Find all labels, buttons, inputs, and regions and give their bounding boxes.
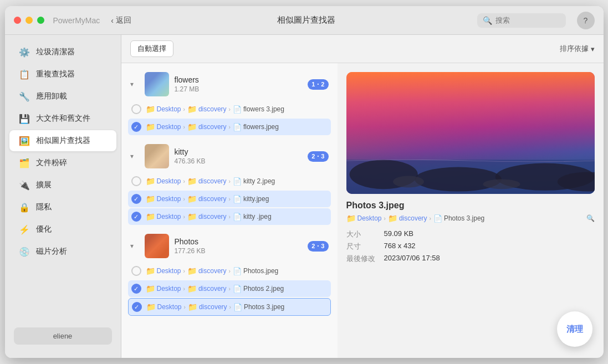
file-doc-icon: 📄	[233, 177, 242, 186]
crumb-arrow: ›	[183, 214, 185, 220]
traffic-lights	[14, 17, 44, 24]
user-button[interactable]: eliene	[14, 327, 112, 345]
checkbox[interactable]	[132, 302, 142, 312]
preview-crumb-desktop: 📁 Desktop	[346, 214, 382, 223]
window-title: 相似圖片查找器	[142, 15, 471, 25]
maximize-button[interactable]	[37, 17, 44, 24]
sidebar-label-optimization: 優化	[36, 224, 52, 234]
back-button[interactable]: ‹ 返回	[106, 13, 136, 28]
sidebar-item-extensions[interactable]: 🔌 擴展	[9, 175, 116, 196]
sidebar-item-optimization[interactable]: ⚡ 優化	[9, 219, 116, 240]
content-toolbar: 自動選擇 排序依據 ▾	[121, 35, 604, 63]
file-row[interactable]: 📁 Desktop › 📁 discovery ›	[128, 191, 331, 207]
path-crumbs: 📁 Desktop › 📁 discovery ›	[146, 212, 272, 221]
size-value: 59.09 KB	[384, 229, 595, 239]
file-row-highlighted[interactable]: 📁 Desktop › 📁 discovery ›	[128, 298, 331, 316]
search-input[interactable]	[495, 16, 560, 24]
file-doc-icon: 📄	[233, 123, 242, 131]
sidebar-item-similar-photos[interactable]: 🖼️ 相似圖片查找器	[9, 130, 116, 151]
help-button[interactable]: ?	[577, 12, 595, 29]
sidebar-item-shredder[interactable]: 🗂️ 文件粉碎	[9, 152, 116, 173]
path-crumbs: 📁 Desktop › 📁 discovery ›	[146, 284, 284, 293]
file-doc-icon: 📄	[233, 285, 242, 293]
crumb-file: 📄 kitty.jpeg	[233, 195, 269, 203]
crumb-file: 📄 kitty 2.jpeg	[233, 177, 275, 186]
close-button[interactable]	[14, 17, 21, 24]
file-row[interactable]: 📁 Desktop › 📁 discovery ›	[128, 119, 331, 135]
folder-icon: 📁	[187, 105, 197, 114]
checkbox[interactable]	[131, 176, 141, 186]
group-kitty: ▾ kitty 476.36 KB 2・3	[126, 140, 333, 225]
sidebar-label-similar-photos: 相似圖片查找器	[36, 136, 90, 146]
checkbox[interactable]	[131, 212, 141, 222]
svg-point-6	[483, 180, 520, 189]
app-name: PowerMyMac	[53, 16, 100, 25]
folder-icon: 📁	[187, 284, 197, 293]
folder-icon: 📁	[146, 194, 155, 203]
sort-button[interactable]: 排序依據 ▾	[560, 44, 595, 54]
crumb-file: 📄 Photos 3.jpeg	[233, 303, 284, 311]
folder-icon: 📁	[187, 194, 197, 203]
file-doc-icon: 📄	[433, 214, 442, 223]
sidebar-item-duplicate[interactable]: 📋 重複查找器	[9, 64, 116, 85]
file-doc-icon: 📄	[233, 195, 242, 203]
preview-crumb-file: 📄 Photos 3.jpeg	[433, 214, 484, 223]
checkbox[interactable]	[131, 104, 141, 114]
crumb-arrow: ›	[229, 268, 231, 274]
sidebar-item-uninstaller[interactable]: 🔧 應用卸載	[9, 86, 116, 107]
folder-icon: 📁	[146, 212, 155, 221]
file-row[interactable]: 📁 Desktop › 📁 discovery ›	[128, 263, 331, 279]
checkbox[interactable]	[131, 284, 141, 294]
file-row[interactable]: 📁 Desktop › 📁 discovery ›	[128, 280, 331, 297]
content-area: 自動選擇 排序依據 ▾ ▾ flowers	[121, 35, 604, 358]
group-info-photos: Photos 177.26 KB	[175, 237, 303, 255]
file-doc-icon: 📄	[233, 267, 242, 275]
path-crumbs: 📁 Desktop › 📁 discovery ›	[146, 105, 284, 114]
privacy-icon: 🔒	[18, 201, 30, 213]
checkbox[interactable]	[131, 266, 141, 276]
checkbox[interactable]	[131, 194, 141, 204]
path-crumbs: 📁 Desktop › 📁 discovery ›	[146, 122, 279, 131]
crumb-file: 📄 flowers 3.jpeg	[233, 105, 284, 114]
sidebar-item-disk[interactable]: 💿 磁片分析	[9, 241, 116, 262]
crumb-folder: 📁 Desktop	[146, 105, 181, 114]
crumb-arrow: ›	[229, 286, 231, 292]
optimization-icon: ⚡	[18, 223, 30, 235]
uninstaller-icon: 🔧	[18, 90, 30, 102]
clean-button[interactable]: 清理	[557, 311, 592, 347]
folder-icon: 📁	[146, 266, 155, 275]
crumb-arrow: ›	[229, 214, 231, 220]
crumb-arrow: ›	[229, 124, 231, 130]
crumb-folder: 📁 discovery	[187, 212, 227, 221]
sidebar-label-large-files: 大文件和舊文件	[36, 114, 90, 124]
sidebar-item-large-files[interactable]: 💾 大文件和舊文件	[9, 108, 116, 129]
size-label: 大小	[346, 229, 375, 239]
collapse-flowers-button[interactable]: ▾	[130, 80, 139, 88]
auto-select-button[interactable]: 自動選擇	[130, 40, 173, 57]
collapse-photos-button[interactable]: ▾	[130, 242, 139, 250]
preview-path-row: 📁 Desktop › 📁 discovery › 📄 P	[346, 214, 595, 223]
group-photos: ▾ Photos 177.26 KB 2・3	[126, 229, 333, 316]
file-row[interactable]: 📁 Desktop › 📁 discovery ›	[128, 101, 331, 117]
folder-icon: 📁	[146, 303, 156, 311]
folder-icon: 📁	[187, 212, 197, 221]
back-label: 返回	[116, 16, 131, 25]
search-bar[interactable]: 🔍	[477, 13, 566, 28]
file-doc-icon: 📄	[233, 213, 242, 221]
sidebar-label-junk: 垃圾清潔器	[36, 47, 75, 57]
preview-search-icon[interactable]: 🔍	[586, 214, 595, 222]
checkbox[interactable]	[131, 122, 141, 132]
file-row[interactable]: 📁 Desktop › 📁 discovery ›	[128, 173, 331, 189]
sidebar-item-privacy[interactable]: 🔒 隱私	[9, 197, 116, 218]
collapse-kitty-button[interactable]: ▾	[130, 152, 139, 160]
minimize-button[interactable]	[25, 17, 33, 24]
path-crumbs: 📁 Desktop › 📁 discovery ›	[146, 303, 285, 311]
file-rows-flowers: 📁 Desktop › 📁 discovery ›	[126, 101, 333, 135]
file-row[interactable]: 📁 Desktop › 📁 discovery ›	[128, 208, 331, 225]
sidebar-item-junk[interactable]: ⚙️ 垃圾清潔器	[9, 42, 116, 63]
folder-icon: 📁	[187, 266, 197, 275]
crumb-arrow: ›	[184, 304, 186, 310]
crumb-folder: 📁 Desktop	[146, 303, 182, 311]
crumb-arrow: ›	[183, 196, 185, 202]
similar-photos-icon: 🖼️	[18, 135, 30, 147]
